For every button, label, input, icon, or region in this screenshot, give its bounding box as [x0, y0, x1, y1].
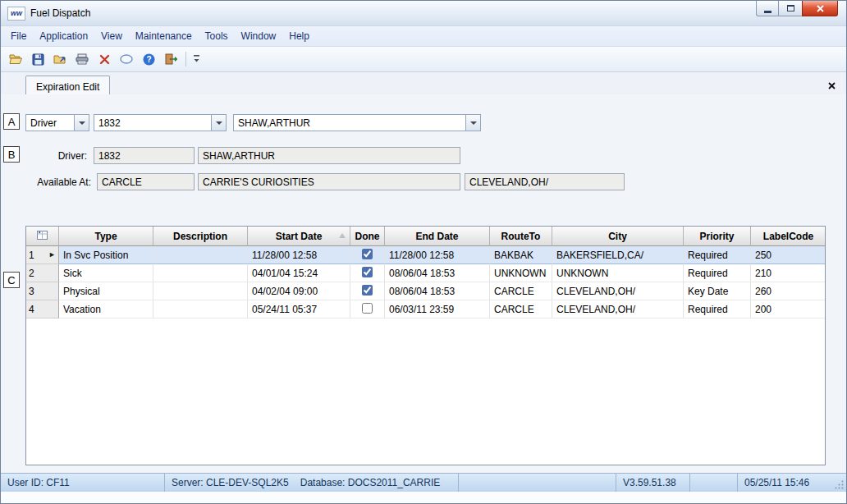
cell-type[interactable]: In Svc Position	[59, 246, 153, 264]
folder-export-icon[interactable]	[50, 49, 70, 69]
cell-end-date[interactable]: 06/03/11 23:59	[385, 300, 490, 318]
column-header-done[interactable]: Done	[350, 227, 385, 246]
column-header-priority[interactable]: Priority	[684, 227, 751, 246]
cell-done[interactable]	[350, 300, 385, 318]
cell-priority[interactable]: Required	[684, 300, 751, 318]
cell-type[interactable]: Vacation	[59, 300, 153, 318]
menu-file[interactable]: File	[4, 28, 33, 44]
done-checkbox[interactable]	[362, 285, 373, 296]
cell-description[interactable]	[153, 246, 248, 264]
menu-maintenance[interactable]: Maintenance	[129, 28, 199, 44]
note-icon[interactable]	[117, 49, 136, 69]
maximize-button[interactable]	[779, 1, 802, 16]
dropdown-arrow-icon[interactable]	[465, 115, 480, 131]
cell-labelcode[interactable]: 250	[751, 246, 826, 264]
available-at-code-field[interactable]: CARCLE	[97, 173, 195, 190]
cell-description[interactable]	[153, 264, 248, 282]
driver-label: Driver:	[30, 147, 87, 164]
column-header-labelcode[interactable]: LabelCode	[751, 227, 826, 246]
tab-close-button[interactable]	[825, 79, 838, 92]
column-header-description[interactable]: Description	[153, 227, 248, 246]
print-icon[interactable]	[72, 49, 92, 69]
annotation-c: C	[3, 272, 20, 288]
menu-view[interactable]: View	[94, 28, 129, 44]
status-datetime: 05/25/11 15:46	[738, 474, 830, 492]
lookup-code-value: 1832	[94, 115, 211, 131]
row-selector[interactable]: 2 ►	[26, 264, 59, 282]
cell-labelcode[interactable]: 200	[751, 300, 826, 318]
driver-name-field[interactable]: SHAW,ARTHUR	[198, 147, 460, 164]
cell-city[interactable]: BAKERSFIELD,CA/	[552, 246, 684, 264]
dropdown-arrow-icon[interactable]	[211, 115, 226, 131]
content-area: Driver 1832 SHAW,ARTHUR Driver: 1832 SHA…	[1, 94, 846, 474]
grid-row[interactable]: 1 ► In Svc Position 11/28/00 12:58 11/28…	[26, 246, 826, 264]
dropdown-arrow-icon[interactable]	[74, 115, 89, 131]
cell-city[interactable]: UNKNOWN	[552, 264, 684, 282]
menu-tools[interactable]: Tools	[199, 28, 235, 44]
available-at-label: Available At:	[17, 173, 91, 190]
field-chooser-button[interactable]	[26, 227, 59, 246]
available-at-name-value: CARRIE'S CURIOSITIES	[203, 176, 314, 188]
available-at-name-field[interactable]: CARRIE'S CURIOSITIES	[198, 173, 460, 190]
tab-label: Expiration Edit	[36, 81, 99, 93]
close-button[interactable]	[802, 1, 838, 16]
cell-end-date[interactable]: 11/28/00 12:58	[385, 246, 490, 264]
grid-row[interactable]: 2 ► Sick 04/01/04 15:24 08/06/04 18:53 U…	[26, 264, 826, 282]
lookup-code-combo[interactable]: 1832	[94, 114, 227, 131]
cell-city[interactable]: CLEVELAND,OH/	[552, 300, 684, 318]
cell-description[interactable]	[153, 300, 248, 318]
save-icon[interactable]	[28, 49, 48, 69]
available-at-location-field[interactable]: CLEVELAND,OH/	[465, 173, 625, 190]
cell-priority[interactable]: Required	[684, 264, 751, 282]
minimize-button[interactable]	[756, 1, 779, 16]
row-selector[interactable]: 3 ►	[26, 282, 59, 300]
cell-labelcode[interactable]: 210	[751, 264, 826, 282]
column-header-routeto[interactable]: RouteTo	[490, 227, 552, 246]
row-selector[interactable]: 4 ►	[26, 300, 59, 318]
cell-routeto[interactable]: UNKNOWN	[490, 264, 552, 282]
column-header-type[interactable]: Type	[59, 227, 153, 246]
cell-routeto[interactable]: BAKBAK	[490, 246, 552, 264]
menu-application[interactable]: Application	[33, 28, 94, 44]
cell-end-date[interactable]: 08/06/04 18:53	[385, 264, 490, 282]
lookup-name-combo[interactable]: SHAW,ARTHUR	[233, 114, 481, 131]
done-checkbox[interactable]	[362, 303, 373, 314]
cell-start-date[interactable]: 11/28/00 12:58	[248, 246, 350, 264]
done-checkbox[interactable]	[362, 267, 373, 277]
annotation-b: B	[3, 146, 20, 163]
cell-type[interactable]: Sick	[59, 264, 153, 282]
cell-description[interactable]	[153, 282, 248, 300]
cell-priority[interactable]: Key Date	[684, 282, 751, 300]
cell-labelcode[interactable]: 260	[751, 282, 826, 300]
column-header-city[interactable]: City	[552, 227, 684, 246]
done-checkbox[interactable]	[362, 249, 373, 259]
column-header-start-date[interactable]: Start Date	[248, 227, 350, 246]
cell-done[interactable]	[350, 282, 385, 300]
cell-routeto[interactable]: CARCLE	[490, 300, 552, 318]
menu-help[interactable]: Help	[282, 28, 316, 44]
tab-close-icon	[827, 81, 836, 90]
grid-row[interactable]: 4 ► Vacation 05/24/11 05:37 06/03/11 23:…	[26, 300, 826, 318]
grid-row[interactable]: 3 ► Physical 04/02/04 09:00 08/06/04 18:…	[26, 282, 826, 300]
cell-end-date[interactable]: 08/06/04 18:53	[385, 282, 490, 300]
lookup-type-combo[interactable]: Driver	[25, 114, 89, 131]
open-folder-icon[interactable]	[6, 49, 25, 69]
cell-start-date[interactable]: 04/01/04 15:24	[248, 264, 350, 282]
delete-icon[interactable]	[94, 49, 114, 69]
help-icon[interactable]: ?	[139, 49, 158, 69]
cell-done[interactable]	[350, 246, 385, 264]
row-selector[interactable]: 1 ►	[26, 246, 59, 264]
cell-type[interactable]: Physical	[59, 282, 153, 300]
cell-routeto[interactable]: CARCLE	[490, 282, 552, 300]
cell-city[interactable]: CLEVELAND,OH/	[552, 282, 684, 300]
column-header-end-date[interactable]: End Date	[385, 227, 490, 246]
cell-start-date[interactable]: 05/24/11 05:37	[248, 300, 350, 318]
toolbar-overflow-button[interactable]	[191, 49, 203, 69]
driver-code-field[interactable]: 1832	[94, 147, 195, 164]
cell-done[interactable]	[350, 264, 385, 282]
resize-grip[interactable]	[830, 474, 846, 492]
cell-priority[interactable]: Required	[684, 246, 751, 264]
menu-window[interactable]: Window	[235, 28, 283, 44]
cell-start-date[interactable]: 04/02/04 09:00	[248, 282, 350, 300]
exit-icon[interactable]	[161, 49, 181, 69]
